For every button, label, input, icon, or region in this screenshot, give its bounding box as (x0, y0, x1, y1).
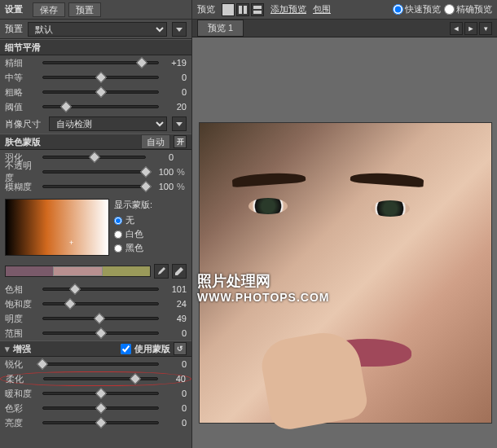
view-split-v-icon[interactable] (236, 3, 249, 16)
hue-bar-row (0, 261, 191, 282)
tab-nav: ◄ ► ▾ (450, 22, 492, 35)
section-enhance[interactable]: ▾ 增强 使用蒙版 ↺ (0, 340, 191, 357)
view-mode-icons (222, 3, 264, 16)
dropdown-icon[interactable] (172, 116, 187, 131)
slider-track[interactable] (42, 313, 159, 324)
portrait-size-row: 肖像尺寸 自动检测 (0, 114, 191, 134)
slider-track[interactable] (42, 166, 146, 178)
slider-track[interactable] (42, 358, 159, 370)
portrait-size-label: 肖像尺寸 (5, 118, 44, 130)
slider-track[interactable] (42, 152, 146, 163)
slider-track[interactable] (43, 373, 158, 384)
nav-prev-icon[interactable]: ◄ (450, 22, 463, 35)
view-split-h-icon[interactable] (251, 3, 264, 16)
nav-next-icon[interactable]: ► (464, 22, 477, 35)
slider-track[interactable] (42, 101, 159, 112)
slider-track[interactable] (42, 283, 159, 295)
collapse-icon: ▾ (5, 344, 10, 354)
eyedropper-icon[interactable] (154, 264, 169, 279)
hue-bar[interactable] (5, 266, 151, 277)
color-cursor-icon: + (69, 239, 73, 247)
slider-track[interactable] (42, 72, 159, 83)
preview-tabs: 预览 1 ◄ ► ▾ (192, 20, 497, 37)
brush-icon[interactable] (172, 264, 187, 279)
settings-panel: 设置 保存 预置 预置 默认 细节平滑 精细 +19 中等 0 粗略 0 (0, 0, 192, 448)
svg-rect-2 (253, 6, 262, 9)
slider-range: 范围 0 (0, 326, 191, 340)
section-title: 细节平滑 (5, 42, 41, 54)
auto-button[interactable]: 自动 (141, 134, 170, 149)
add-preview-link[interactable]: 添加预览 (270, 3, 306, 15)
section-detail-smoothing[interactable]: 细节平滑 (0, 39, 191, 55)
svg-rect-3 (253, 11, 262, 14)
slider-lightness: 明度 49 (0, 311, 191, 326)
mask-toggle-icon[interactable]: 开 (174, 135, 187, 148)
slider-coarse: 粗略 0 (0, 85, 191, 99)
slider-opacity: 不透明度 100 % (0, 165, 191, 179)
radio-white[interactable]: 白色 (114, 228, 152, 240)
slider-track[interactable] (42, 402, 159, 414)
preset-label: 预置 (5, 23, 23, 35)
section-title: 增强 (13, 343, 31, 355)
watermark: 照片处理网 WWW.PHOTOPS.COM (192, 270, 335, 305)
preview-quality-radios: 快速预览 精确预览 (393, 3, 492, 15)
slider-track[interactable] (42, 417, 159, 428)
settings-header: 设置 保存 预置 (0, 0, 191, 20)
slider-tint: 色彩 0 (0, 401, 191, 415)
nav-menu-icon[interactable]: ▾ (479, 22, 492, 35)
enhance-sliders: 锐化 0 柔化 40 暖和度 0 色彩 0 亮度 0 (0, 357, 191, 430)
slider-track[interactable] (42, 86, 159, 98)
slider-hue: 色相 101 (0, 282, 191, 296)
svg-rect-0 (239, 6, 242, 14)
slider-medium: 中等 0 (0, 70, 191, 85)
radio-fast-preview[interactable]: 快速预览 (393, 3, 441, 15)
slider-fine: 精细 +19 (0, 55, 191, 70)
save-button[interactable]: 保存 (33, 2, 65, 17)
panel-title: 设置 (5, 3, 23, 15)
mask-display-options: 显示蒙版: 无 白色 黑色 (114, 199, 152, 256)
slider-blur: 模糊度 100 % (0, 179, 191, 194)
slider-threshold: 阈值 20 (0, 99, 191, 114)
preview-viewport[interactable]: 照片处理网 WWW.PHOTOPS.COM (192, 37, 497, 448)
slider-saturation: 饱和度 24 (0, 296, 191, 311)
slider-track[interactable] (42, 327, 159, 339)
preview-toolbar: 预览 添加预览 包围 快速预览 精确预览 (192, 0, 497, 20)
section-skin-mask[interactable]: 肤色蒙版 自动 开 (0, 134, 191, 150)
radio-precise-preview[interactable]: 精确预览 (444, 3, 492, 15)
preset-button[interactable]: 预置 (68, 2, 101, 17)
preview-label: 预览 (197, 3, 215, 15)
color-picker-area: + 显示蒙版: 无 白色 黑色 (0, 194, 191, 261)
color-sliders: 色相 101 饱和度 24 明度 49 范围 0 (0, 282, 191, 340)
slider-soften: 柔化 40 (0, 371, 191, 386)
preset-menu-icon[interactable] (172, 22, 187, 37)
svg-rect-1 (244, 6, 247, 14)
view-single-icon[interactable] (222, 3, 235, 16)
bracket-link[interactable]: 包围 (313, 3, 331, 15)
radio-none[interactable]: 无 (114, 214, 152, 226)
tab-preview-1[interactable]: 预览 1 (197, 20, 244, 37)
color-gradient[interactable]: + (5, 199, 109, 256)
detail-sliders: 精细 +19 中等 0 粗略 0 阈值 20 肖像尺寸 自动检测 (0, 55, 191, 134)
show-mask-label: 显示蒙版: (114, 199, 152, 211)
slider-track[interactable] (42, 57, 159, 68)
slider-track[interactable] (42, 388, 159, 399)
preview-panel: 预览 添加预览 包围 快速预览 精确预览 预览 1 ◄ ► ▾ 照片处理网 WW… (192, 0, 497, 448)
slider-track[interactable] (42, 298, 159, 310)
slider-track[interactable] (42, 181, 146, 192)
slider-brightness: 亮度 0 (0, 415, 191, 430)
section-title: 肤色蒙版 (5, 136, 41, 148)
portrait-size-dropdown[interactable]: 自动检测 (49, 116, 167, 131)
slider-sharpen: 锐化 0 (0, 357, 191, 371)
mask-sliders: 羽化 0 不透明度 100 % 模糊度 100 % (0, 150, 191, 194)
radio-black[interactable]: 黑色 (114, 242, 152, 254)
preset-dropdown[interactable]: 默认 (28, 22, 167, 37)
preset-selector-row: 预置 默认 (0, 20, 191, 39)
slider-warmth: 暖和度 0 (0, 386, 191, 401)
reset-icon[interactable]: ↺ (174, 342, 187, 355)
use-mask-checkbox[interactable]: 使用蒙版 (121, 343, 170, 355)
